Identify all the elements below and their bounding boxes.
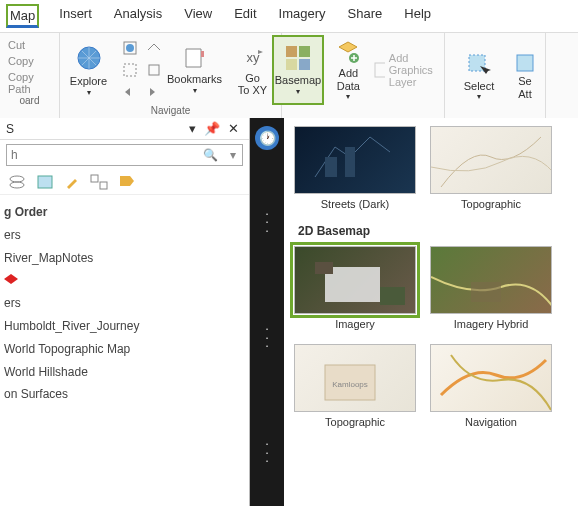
menu-help[interactable]: Help — [402, 4, 433, 28]
select-button[interactable]: Select▾ — [453, 42, 505, 112]
svg-rect-7 — [286, 46, 297, 57]
svg-text:Kamloops: Kamloops — [332, 380, 368, 389]
goto-xy-icon: xy — [240, 44, 266, 70]
select-attrs-button[interactable]: Se Att — [511, 42, 539, 112]
clipboard-label: oard — [19, 95, 39, 108]
thumb-imagery — [294, 246, 416, 314]
clock-icon[interactable]: 🕐 — [255, 126, 279, 150]
thumb-topographic — [430, 126, 552, 194]
menubar: Map Insert Analysis View Edit Imagery Sh… — [0, 0, 578, 33]
timeline-dots: ••• — [250, 440, 284, 465]
search-chevron-icon[interactable]: ▾ — [224, 148, 242, 162]
search-box[interactable]: 🔍 ▾ — [6, 144, 243, 166]
menu-edit[interactable]: Edit — [232, 4, 258, 28]
list-by-label-icon[interactable] — [118, 174, 136, 190]
zoom-sel-icon[interactable] — [121, 61, 139, 79]
svg-rect-4 — [149, 65, 159, 75]
pane-menu-icon[interactable]: ▾ — [185, 121, 200, 136]
tree-item[interactable]: Humboldt_River_Journey — [4, 315, 245, 338]
pane-pin-icon[interactable]: 📌 — [200, 121, 224, 136]
search-input[interactable] — [7, 145, 197, 165]
menu-view[interactable]: View — [182, 4, 214, 28]
goto-xy-button[interactable]: xy Go To XY — [227, 35, 279, 105]
search-icon[interactable]: 🔍 — [197, 148, 224, 162]
thumb-navigation — [430, 344, 552, 412]
add-graphics-button[interactable]: Add Graphics Layer — [373, 52, 454, 88]
cut-button[interactable]: Cut — [8, 39, 51, 51]
basemap-item-imagery[interactable]: Imagery — [294, 246, 416, 330]
timeline-dots: ••• — [250, 325, 284, 350]
thumb-streets-dark — [294, 126, 416, 194]
pane-close-icon[interactable]: ✕ — [224, 121, 243, 136]
toc-tree: g Order ers River_MapNotes ers Humboldt_… — [0, 195, 249, 412]
menu-insert[interactable]: Insert — [57, 4, 94, 28]
bookmarks-button[interactable]: Bookmarks▾ — [169, 35, 221, 105]
tree-item[interactable] — [4, 269, 245, 292]
svg-rect-18 — [91, 175, 98, 182]
contents-pane: S ▾ 📌 ✕ 🔍 ▾ g Order ers River_MapNotes e… — [0, 118, 250, 506]
list-by-source-icon[interactable] — [36, 174, 54, 190]
zoom-fixed-icon[interactable] — [145, 39, 163, 57]
menu-analysis[interactable]: Analysis — [112, 4, 164, 28]
tree-item[interactable]: on Surfaces — [4, 383, 245, 406]
svg-rect-5 — [201, 51, 204, 57]
pane-title: S — [6, 122, 185, 136]
svg-rect-24 — [380, 287, 405, 305]
basemap-item-navigation[interactable]: Navigation — [430, 344, 552, 428]
graphics-icon — [373, 61, 385, 79]
ribbon: Cut Copy Copy Path oard Explore▾ — [0, 33, 578, 121]
svg-rect-8 — [299, 46, 310, 57]
prev-extent-icon[interactable] — [121, 83, 139, 101]
select-attrs-icon — [515, 53, 535, 73]
svg-rect-12 — [375, 63, 385, 77]
copy-button[interactable]: Copy — [8, 55, 51, 67]
basemap-gallery: Streets (Dark) Topographic 2D Basemap Im… — [284, 118, 578, 506]
basemap-item-topographic-2[interactable]: Kamloops Topographic — [294, 344, 416, 428]
basemap-item-streets-dark[interactable]: Streets (Dark) — [294, 126, 416, 210]
svg-rect-20 — [325, 157, 337, 177]
tree-item[interactable]: ers — [4, 224, 245, 247]
svg-point-16 — [10, 182, 24, 188]
add-data-icon — [335, 39, 361, 65]
list-by-drawing-icon[interactable] — [8, 174, 26, 190]
add-data-button[interactable]: Add Data▾ — [330, 35, 367, 105]
svg-rect-17 — [38, 176, 52, 188]
menu-share[interactable]: Share — [346, 4, 385, 28]
svg-rect-10 — [299, 59, 310, 70]
navigate-label: Navigate — [151, 105, 190, 118]
svg-point-2 — [126, 44, 134, 52]
menu-map[interactable]: Map — [6, 4, 39, 28]
select-icon — [466, 52, 492, 78]
tree-item[interactable]: River_MapNotes — [4, 247, 245, 270]
tree-item[interactable]: World Hillshade — [4, 361, 245, 384]
next-extent-icon[interactable] — [145, 83, 163, 101]
svg-text:xy: xy — [246, 50, 260, 65]
svg-rect-23 — [315, 262, 333, 274]
menu-imagery[interactable]: Imagery — [277, 4, 328, 28]
timeline-bar: 🕐 ••• ••• ••• — [250, 118, 284, 506]
zoom-full-icon[interactable] — [121, 39, 139, 57]
explore-button[interactable]: Explore▾ — [63, 35, 115, 105]
basemap-button[interactable]: Basemap▾ — [272, 35, 324, 105]
clipboard-group: Cut Copy Copy Path — [6, 35, 53, 95]
drawing-order-header: g Order — [4, 201, 245, 224]
explore-icon — [74, 43, 104, 73]
svg-rect-9 — [286, 59, 297, 70]
svg-rect-19 — [100, 182, 107, 189]
copy-path-button[interactable]: Copy Path — [8, 71, 51, 95]
basemap-item-topographic[interactable]: Topographic — [430, 126, 552, 210]
svg-rect-3 — [124, 64, 136, 76]
tree-item[interactable]: World Topographic Map — [4, 338, 245, 361]
svg-rect-21 — [345, 147, 355, 177]
zoom-layer-icon[interactable] — [145, 61, 163, 79]
toc-toolbar — [0, 170, 249, 195]
gallery-section-2d: 2D Basemap — [298, 224, 568, 238]
bookmarks-icon — [182, 45, 208, 71]
svg-rect-22 — [325, 267, 380, 302]
timeline-dots: ••• — [250, 210, 284, 235]
list-by-snap-icon[interactable] — [90, 174, 108, 190]
list-by-edit-icon[interactable] — [64, 174, 80, 190]
tree-item[interactable]: ers — [4, 292, 245, 315]
basemap-item-imagery-hybrid[interactable]: Imagery Hybrid — [430, 246, 552, 330]
svg-point-15 — [10, 176, 24, 182]
